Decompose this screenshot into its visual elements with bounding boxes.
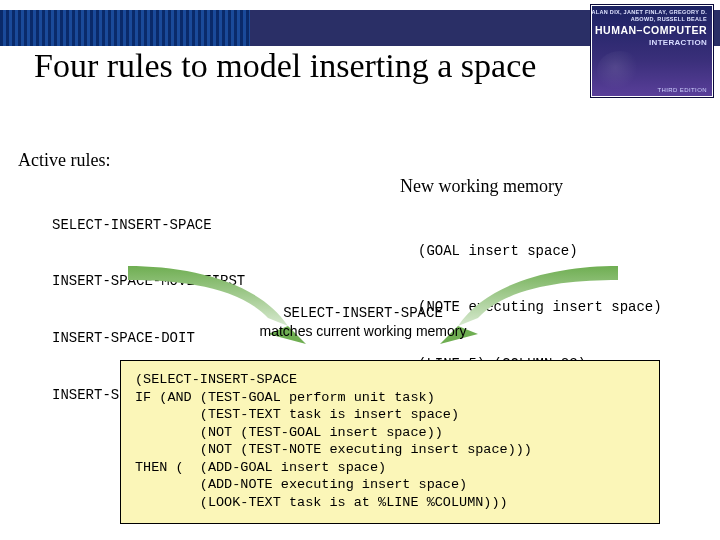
caption: SELECT-INSERT-SPACE matches current work… (248, 304, 478, 340)
book-cover: ALAN DIX, JANET FINLAY, GREGORY D. ABOWD… (590, 4, 714, 98)
book-title: HUMAN–COMPUTER (591, 22, 713, 36)
active-rules-heading: Active rules: (18, 150, 110, 171)
header-texture (0, 10, 250, 46)
book-authors: ALAN DIX, JANET FINLAY, GREGORY D. ABOWD… (591, 5, 713, 22)
book-graphic (597, 51, 643, 91)
rule-item: SELECT-INSERT-SPACE (52, 216, 245, 235)
book-edition: THIRD EDITION (657, 87, 707, 93)
caption-text: matches current working memory (260, 323, 467, 339)
book-subtitle: INTERACTION (591, 36, 713, 47)
slide-title: Four rules to model inserting a space (34, 46, 594, 85)
rule-definition-box: (SELECT-INSERT-SPACE IF (AND (TEST-GOAL … (120, 360, 660, 524)
new-working-memory-heading: New working memory (400, 176, 563, 197)
caption-rule-name: SELECT-INSERT-SPACE (283, 305, 443, 321)
